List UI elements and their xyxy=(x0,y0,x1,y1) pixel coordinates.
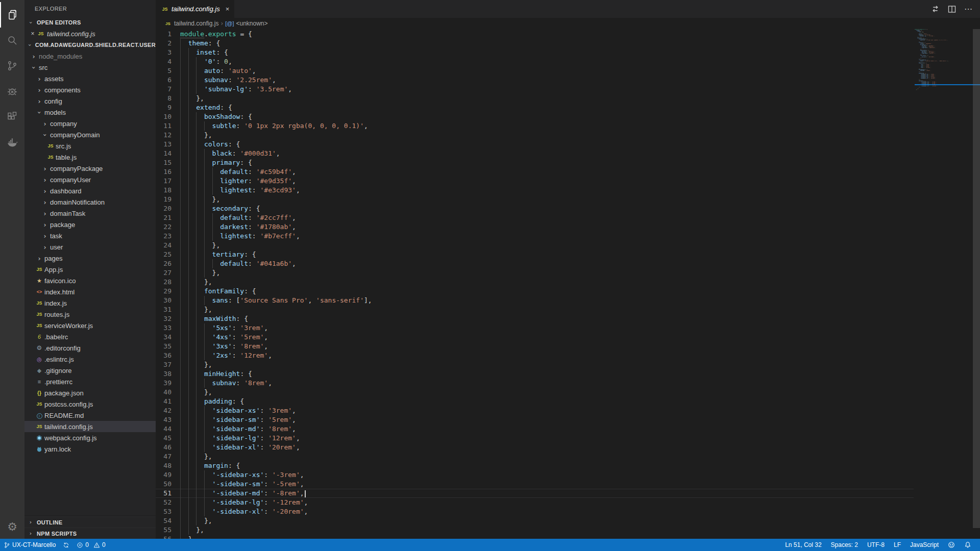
code-line-50[interactable]: 50 '-sidebar-sm': '-5rem', xyxy=(156,480,914,489)
code-line-31[interactable]: 31 }, xyxy=(156,305,914,314)
tree-item-pages[interactable]: ›pages xyxy=(24,253,156,264)
code-line-16[interactable]: 16 default: '#c59b4f', xyxy=(156,167,914,177)
breadcrumb-symbol[interactable]: <unknown> xyxy=(236,20,267,27)
code-line-23[interactable]: 23 lightest: '#b7ecff', xyxy=(156,232,914,241)
code-line-6[interactable]: 6 subnav: '2.25rem', xyxy=(156,76,914,85)
code-line-39[interactable]: 39 subnav: '8rem', xyxy=(156,379,914,388)
tree-item-src-js[interactable]: JSsrc.js xyxy=(24,140,156,152)
code-line-17[interactable]: 17 lighter: '#e9d35f', xyxy=(156,177,914,186)
more-actions-icon[interactable]: ⋯ xyxy=(964,4,973,14)
tree-item-user[interactable]: ›user xyxy=(24,241,156,253)
code-line-56[interactable]: 56 }, xyxy=(156,535,914,539)
feedback-button[interactable] xyxy=(943,539,960,551)
code-line-33[interactable]: 33 '5xs': '3rem', xyxy=(156,323,914,333)
tree-item-readme-md[interactable]: iREADME.md xyxy=(24,410,156,421)
tree-item--editorconfig[interactable]: ⚙.editorconfig xyxy=(24,342,156,354)
tree-item-table-js[interactable]: JStable.js xyxy=(24,152,156,163)
docker-icon[interactable] xyxy=(0,130,24,155)
sync-button[interactable] xyxy=(59,539,73,551)
tree-item-domaintask[interactable]: ›domainTask xyxy=(24,208,156,219)
language-mode[interactable]: JavaScript xyxy=(905,539,943,551)
code-line-38[interactable]: 38 minHeight: { xyxy=(156,369,914,379)
indentation-status[interactable]: Spaces: 2 xyxy=(826,539,863,551)
code-line-36[interactable]: 36 '2xs': '12rem', xyxy=(156,351,914,360)
code-line-7[interactable]: 7 'subnav-lg': '3.5rem', xyxy=(156,85,914,94)
code-line-15[interactable]: 15 primary: { xyxy=(156,158,914,167)
tree-item-components[interactable]: ›components xyxy=(24,84,156,95)
code-line-41[interactable]: 41 padding: { xyxy=(156,397,914,406)
code-line-52[interactable]: 52 '-sidebar-lg': '-12rem', xyxy=(156,498,914,507)
tree-item--gitignore[interactable]: ◆.gitignore xyxy=(24,365,156,376)
minimap[interactable]: module.exports = { theme: { inset: { '0'… xyxy=(915,29,973,90)
extensions-icon[interactable] xyxy=(0,104,24,130)
tree-item-tailwind-config-js[interactable]: JStailwind.config.js xyxy=(24,421,156,432)
code-line-3[interactable]: 3 inset: { xyxy=(156,48,914,57)
code-line-55[interactable]: 55 }, xyxy=(156,525,914,535)
code-line-40[interactable]: 40 }, xyxy=(156,388,914,397)
code-line-2[interactable]: 2 theme: { xyxy=(156,39,914,48)
code-line-9[interactable]: 9 extend: { xyxy=(156,103,914,112)
tree-item-package[interactable]: ›package xyxy=(24,219,156,230)
code-line-35[interactable]: 35 '3xs': '8rem', xyxy=(156,342,914,351)
open-changes-icon[interactable] xyxy=(931,5,940,13)
code-line-47[interactable]: 47 }, xyxy=(156,452,914,461)
vertical-scrollbar[interactable] xyxy=(973,29,980,528)
code-line-26[interactable]: 26 default: '#041a6b', xyxy=(156,259,914,268)
tree-item-favicon-ico[interactable]: ★favicon.ico xyxy=(24,275,156,286)
code-line-54[interactable]: 54 }, xyxy=(156,516,914,525)
section-npm-scripts[interactable]: ›NPM SCRIPTS xyxy=(24,528,156,539)
code-line-28[interactable]: 28 }, xyxy=(156,278,914,287)
code-line-45[interactable]: 45 'sidebar-lg': '12rem', xyxy=(156,434,914,443)
code-line-34[interactable]: 34 '4xs': '5rem', xyxy=(156,333,914,342)
tab-tailwind-config[interactable]: JS tailwind.config.js × xyxy=(156,0,234,18)
code-lines[interactable]: 1module.exports = {2 theme: {3 inset: {4… xyxy=(156,30,914,539)
tree-item-task[interactable]: ›task xyxy=(24,230,156,241)
tree-item-companydomain[interactable]: ›companyDomain xyxy=(24,129,156,140)
code-line-1[interactable]: 1module.exports = { xyxy=(156,30,914,39)
code-line-48[interactable]: 48 margin: { xyxy=(156,461,914,470)
code-line-44[interactable]: 44 'sidebar-md': '8rem', xyxy=(156,424,914,434)
tree-item-node-modules[interactable]: ›node_modules xyxy=(24,51,156,62)
tree-item-company[interactable]: ›company xyxy=(24,118,156,129)
code-line-37[interactable]: 37 }, xyxy=(156,360,914,369)
tree-item-yarn-lock[interactable]: yarn.lock xyxy=(24,443,156,455)
tree-item-index-html[interactable]: <>index.html xyxy=(24,286,156,297)
tree-item-webpack-config-js[interactable]: webpack.config.js xyxy=(24,432,156,443)
tree-item-index-js[interactable]: JSindex.js xyxy=(24,297,156,309)
git-branch-status[interactable]: UX-CT-Marcello xyxy=(0,539,59,551)
code-line-42[interactable]: 42 'sidebar-xs': '3rem', xyxy=(156,406,914,415)
tree-item--prettierrc[interactable]: ≡.prettierrc xyxy=(24,376,156,387)
code-line-27[interactable]: 27 }, xyxy=(156,268,914,278)
code-line-18[interactable]: 18 lightest: '#e3cd93', xyxy=(156,186,914,195)
code-line-13[interactable]: 13 colors: { xyxy=(156,140,914,149)
code-line-12[interactable]: 12 }, xyxy=(156,131,914,140)
tree-item-config[interactable]: ›config xyxy=(24,95,156,107)
code-line-11[interactable]: 11 subtle: '0 1px 2px rgba(0, 0, 0, 0.1)… xyxy=(156,121,914,131)
code-line-24[interactable]: 24 }, xyxy=(156,241,914,250)
code-line-19[interactable]: 19 }, xyxy=(156,195,914,204)
run-debug-icon[interactable] xyxy=(0,79,24,104)
code-line-29[interactable]: 29 fontFamily: { xyxy=(156,287,914,296)
code-line-22[interactable]: 22 darkest: '#1780ab', xyxy=(156,222,914,232)
eol-status[interactable]: LF xyxy=(889,539,905,551)
split-editor-icon[interactable] xyxy=(948,5,956,13)
code-line-20[interactable]: 20 secondary: { xyxy=(156,204,914,213)
tree-item-routes-js[interactable]: JSroutes.js xyxy=(24,309,156,320)
tree-item-app-js[interactable]: JSApp.js xyxy=(24,264,156,275)
tree-item-dashboard[interactable]: ›dashboard xyxy=(24,185,156,196)
code-editor[interactable]: 1module.exports = {2 theme: {3 inset: {4… xyxy=(156,29,980,539)
tree-item-companypackage[interactable]: ›companyPackage xyxy=(24,163,156,174)
code-line-43[interactable]: 43 'sidebar-sm': '5rem', xyxy=(156,415,914,424)
tree-item-models[interactable]: ›models xyxy=(24,107,156,118)
problems-status[interactable]: 0 0 xyxy=(73,539,109,551)
open-editors-header[interactable]: › OPEN EDITORS xyxy=(24,17,156,28)
tree-item--eslintrc-js[interactable]: ◎.eslintrc.js xyxy=(24,354,156,365)
close-icon[interactable]: × xyxy=(29,30,37,37)
encoding-status[interactable]: UTF-8 xyxy=(863,539,889,551)
tree-item-package-json[interactable]: {}package.json xyxy=(24,387,156,398)
settings-gear-icon[interactable]: ⚙ xyxy=(7,520,17,534)
code-line-46[interactable]: 46 'sidebar-xl': '20rem', xyxy=(156,443,914,452)
tree-item--babelrc[interactable]: 6.babelrc xyxy=(24,331,156,342)
code-line-21[interactable]: 21 default: '#2cc7ff', xyxy=(156,213,914,222)
code-line-30[interactable]: 30 sans: ['Source Sans Pro', 'sans-serif… xyxy=(156,296,914,305)
